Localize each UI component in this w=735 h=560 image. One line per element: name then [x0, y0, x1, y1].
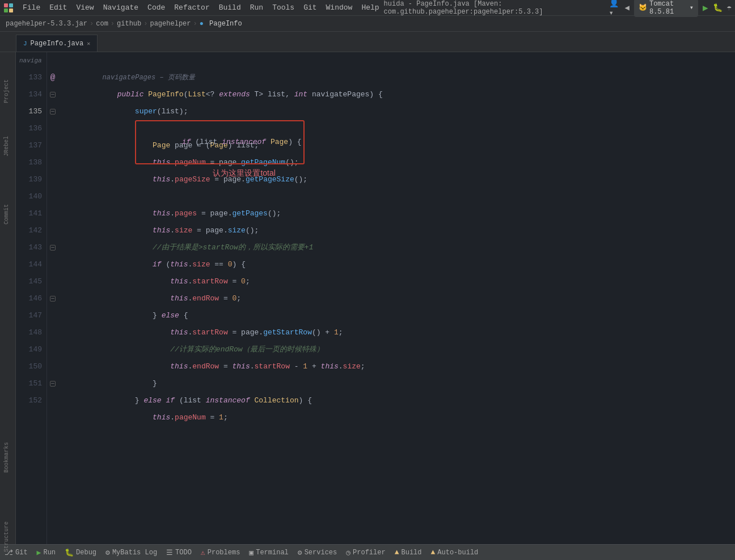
- status-debug[interactable]: 🐛 Debug: [65, 548, 96, 557]
- status-todo-label: TODO: [175, 549, 192, 557]
- scroll-header: navigatePages – 页码数量: [18, 52, 42, 69]
- status-terminal[interactable]: ▣ Terminal: [249, 548, 288, 557]
- menu-build[interactable]: Build: [214, 2, 246, 13]
- auto-build-icon: ▲: [431, 548, 436, 557]
- tab-java-icon: J: [23, 40, 27, 47]
- fold-146[interactable]: —: [50, 296, 56, 302]
- sidebar-item-project[interactable]: Project: [3, 75, 10, 108]
- fold-134[interactable]: —: [50, 92, 56, 97]
- run-icon: ▶: [37, 548, 41, 557]
- fold-151[interactable]: —: [50, 381, 56, 387]
- menu-window[interactable]: Window: [322, 2, 357, 13]
- tab-bar: J PageInfo.java ✕: [0, 32, 735, 52]
- gutter-141: [47, 205, 58, 222]
- code-editor: navigatePages – 页码数量 133 134 135 136 137…: [16, 52, 735, 544]
- status-problems[interactable]: ⚠ Problems: [201, 548, 240, 557]
- line-147: 147: [18, 307, 42, 324]
- menu-tools[interactable]: Tools: [268, 2, 299, 13]
- sidebar-item-bookmarks[interactable]: Bookmarks: [3, 438, 10, 477]
- run-config-chevron: ▾: [690, 3, 694, 12]
- menu-bar: File Edit View Navigate Code Refactor Bu…: [0, 0, 735, 16]
- sidebar-item-structure[interactable]: Structure: [3, 517, 10, 557]
- menu-help[interactable]: Help: [357, 2, 383, 13]
- status-terminal-label: Terminal: [256, 549, 289, 557]
- status-mybatis-label: MyBatis Log: [112, 549, 157, 557]
- menu-navigate[interactable]: Navigate: [99, 2, 143, 13]
- fold-143[interactable]: —: [50, 245, 56, 251]
- gutter-135: —: [47, 103, 58, 120]
- tab-label: PageInfo.java: [31, 40, 84, 48]
- line-149: 149: [18, 341, 42, 358]
- breadcrumb-github[interactable]: github: [117, 20, 141, 28]
- gutter-134: —: [47, 86, 58, 103]
- menu-file[interactable]: File: [18, 2, 45, 13]
- status-services[interactable]: ⚙ Services: [298, 548, 337, 557]
- fold-135[interactable]: —: [50, 109, 56, 114]
- sidebar-item-commit[interactable]: Commit: [3, 200, 10, 229]
- line-151: 151: [18, 375, 42, 392]
- line-148: 148: [18, 324, 42, 341]
- tab-close-button[interactable]: ✕: [87, 40, 90, 47]
- gutter-markers: @ — — — —: [47, 52, 58, 544]
- menu-run[interactable]: Run: [246, 2, 268, 13]
- status-build[interactable]: ▲ Build: [395, 548, 422, 557]
- tab-pageinfo[interactable]: J PageInfo.java ✕: [16, 35, 98, 52]
- debug-icon: 🐛: [65, 548, 74, 557]
- status-mybatis[interactable]: ⚙ MyBatis Log: [105, 548, 157, 557]
- run-config[interactable]: 🐱 Tomcat 8.5.81 ▾: [634, 0, 698, 17]
- menu-refactor[interactable]: Refactor: [170, 2, 214, 13]
- debug-button[interactable]: 🐛: [713, 3, 723, 12]
- gutter-140: [47, 188, 58, 205]
- mybatis-icon: ⚙: [105, 548, 110, 557]
- line-138: 138: [18, 154, 42, 171]
- gutter-151: —: [47, 375, 58, 392]
- code-line-151: } else if (list instanceof Collection) {: [64, 375, 729, 392]
- menu-code[interactable]: Code: [143, 2, 170, 13]
- status-git-label: Git: [15, 549, 28, 557]
- status-problems-label: Problems: [208, 549, 240, 557]
- code-content[interactable]: navigatePages – 页码数量 public PageInfo(Lis…: [58, 52, 735, 544]
- line-135: 135: [18, 103, 42, 120]
- run-config-name: Tomcat 8.5.81: [649, 0, 687, 16]
- line-134: 134: [18, 86, 42, 103]
- code-line-140: this.pages = page.getPages();: [64, 188, 729, 205]
- menu-edit[interactable]: Edit: [45, 2, 71, 13]
- breadcrumb-pageinfo[interactable]: ● PageInfo: [200, 20, 242, 28]
- line-152: 152: [18, 392, 42, 409]
- gutter-145: [47, 273, 58, 290]
- user-icon[interactable]: 👤▾: [609, 0, 620, 18]
- menu-git[interactable]: Git: [299, 2, 321, 13]
- breadcrumb-jar[interactable]: pagehelper-5.3.3.jar: [6, 20, 87, 28]
- status-bar: ⎇ Git ▶ Run 🐛 Debug ⚙ MyBatis Log ☰ TODO…: [0, 544, 735, 560]
- gutter-150: [47, 358, 58, 375]
- status-profiler-label: Profiler: [353, 549, 386, 557]
- line-136: 136: [18, 120, 42, 137]
- menu-view[interactable]: View: [71, 2, 98, 13]
- menu-right: huida - PageInfo.java [Maven: com.github…: [384, 0, 732, 18]
- gutter-144: [47, 256, 58, 273]
- sidebar-item-jrebel[interactable]: JRebel: [3, 131, 10, 161]
- breadcrumb-pagehelper[interactable]: pagehelper: [150, 20, 191, 28]
- main-layout: Project JRebel Commit Bookmarks Structur…: [0, 52, 735, 544]
- problems-icon: ⚠: [201, 548, 205, 557]
- line-144: 144: [18, 256, 42, 273]
- status-services-label: Services: [305, 549, 337, 557]
- annotation-135: 认为这里设置total: [213, 168, 275, 177]
- status-auto-build[interactable]: ▲ Auto-build: [431, 548, 479, 557]
- breadcrumb-com[interactable]: com: [96, 20, 108, 28]
- breadcrumb: pagehelper-5.3.3.jar › com › github › pa…: [0, 16, 735, 32]
- status-run[interactable]: ▶ Run: [37, 548, 56, 557]
- line-143: 143: [18, 239, 42, 256]
- run-button[interactable]: ▶: [703, 2, 708, 14]
- status-profiler[interactable]: ◷ Profiler: [346, 548, 385, 557]
- gutter-148: [47, 324, 58, 341]
- coverage-button[interactable]: ☂: [727, 3, 732, 12]
- sidebar: Project JRebel Commit Bookmarks Structur…: [0, 52, 16, 544]
- line-150: 150: [18, 358, 42, 375]
- svg-rect-0: [4, 3, 8, 7]
- back-icon[interactable]: ◀: [625, 3, 630, 12]
- status-todo[interactable]: ☰ TODO: [166, 548, 192, 557]
- svg-rect-3: [9, 9, 13, 12]
- build-icon: ▲: [395, 548, 399, 557]
- gutter-149: [47, 341, 58, 358]
